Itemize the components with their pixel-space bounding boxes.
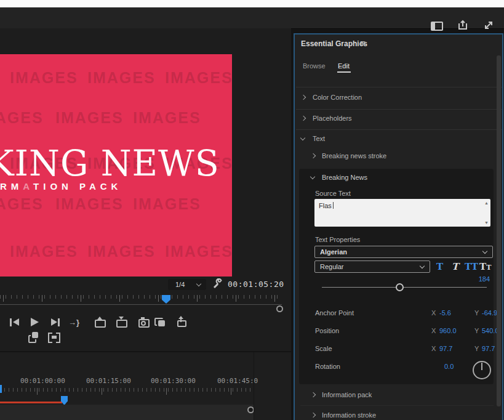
- panel-menu-icon[interactable]: ≡: [360, 38, 365, 48]
- section-breaking-news[interactable]: Breaking News: [299, 173, 494, 187]
- ruler-timecode: 00:01:15:00: [86, 377, 131, 385]
- timeline-divider: [254, 352, 254, 420]
- all-caps-button[interactable]: TT: [465, 261, 478, 272]
- section-placeholders[interactable]: Placeholders: [295, 114, 501, 127]
- export-media-button[interactable]: [176, 317, 190, 329]
- anchor-point-y[interactable]: -64.9: [482, 309, 497, 317]
- text-properties-label: Text Properties: [315, 236, 360, 243]
- mini-ruler-line: [0, 304, 282, 305]
- panel-title: Essential Graphics: [301, 39, 367, 48]
- anchor-point-label: Anchor Point: [315, 309, 354, 317]
- x-prefix: X: [431, 345, 436, 352]
- position-x[interactable]: 960.0: [439, 327, 457, 334]
- fullscreen-icon[interactable]: [483, 20, 495, 30]
- edge-marker: [0, 385, 2, 393]
- section-breaking-news-stroke[interactable]: Breaking news stroke: [295, 151, 501, 165]
- mini-ruler-zoom-knob[interactable]: [276, 305, 283, 312]
- app-window: IMAGES IMAGES IMAGES IMAGES IMAGES IMAGE…: [0, 0, 504, 420]
- font-size-slider[interactable]: [322, 287, 487, 288]
- render-bar-red: [0, 402, 62, 403]
- chevron-down-icon: [196, 281, 201, 286]
- rotation-dial-icon[interactable]: [473, 361, 491, 379]
- step-back-button[interactable]: [8, 317, 22, 329]
- source-text-label: Source Text: [315, 190, 351, 197]
- top-strip: [0, 0, 504, 7]
- divider: [296, 109, 502, 110]
- panel-scrollbar[interactable]: [497, 55, 501, 406]
- scale-label: Scale: [315, 345, 332, 352]
- preview-subtitle-text: RMATION PACK: [0, 181, 122, 192]
- source-text-value: Flas: [319, 202, 332, 209]
- tab-browse[interactable]: Browse: [303, 62, 326, 70]
- comparison-view-button[interactable]: [154, 317, 167, 329]
- scroll-down-icon[interactable]: ▼: [484, 220, 489, 225]
- tab-edit[interactable]: Edit: [338, 62, 350, 70]
- rotation-label: Rotation: [315, 363, 340, 370]
- chevron-right-icon: [311, 153, 316, 158]
- mini-ruler-playhead[interactable]: [162, 295, 170, 304]
- section-information-pack[interactable]: Information pack: [295, 390, 501, 404]
- play-button[interactable]: [28, 317, 42, 329]
- section-text[interactable]: Text: [295, 134, 501, 148]
- chevron-down-icon: [310, 174, 315, 179]
- program-monitor-panel: IMAGES IMAGES IMAGES IMAGES IMAGES IMAGE…: [0, 28, 291, 351]
- watermark-text: IMAGES: [0, 195, 44, 213]
- video-preview[interactable]: IMAGES IMAGES IMAGES IMAGES IMAGES IMAGE…: [0, 54, 232, 277]
- scale-y[interactable]: 97.7: [482, 345, 495, 352]
- font-family-select[interactable]: Algerian: [314, 246, 493, 258]
- scale-x[interactable]: 97.7: [439, 345, 452, 352]
- source-text-input[interactable]: Flas ▲ ▼: [314, 199, 490, 227]
- step-forward-button[interactable]: [49, 317, 62, 329]
- watermark-text: IMAGES: [165, 69, 232, 87]
- go-to-next-edit-button[interactable]: →}: [68, 317, 82, 329]
- section-information-stroke[interactable]: Information stroke: [295, 411, 501, 420]
- x-prefix: X: [431, 309, 436, 317]
- divider: [300, 405, 494, 406]
- ruler-timecode: 00:01:00:00: [20, 377, 65, 385]
- export-frame-camera-button[interactable]: [138, 317, 151, 329]
- chevron-right-icon: [311, 413, 316, 418]
- font-size-slider-handle[interactable]: [396, 283, 404, 291]
- watermark-text: IMAGES: [165, 243, 232, 260]
- watermark-text: IMAGES: [0, 109, 44, 127]
- playhead-timecode[interactable]: 00:01:05:20: [228, 280, 284, 289]
- mini-ruler-major-ticks: [3, 295, 282, 302]
- faux-italic-button[interactable]: T: [452, 261, 458, 272]
- panel-layout-icon[interactable]: [431, 21, 443, 31]
- position-label: Position: [315, 327, 339, 334]
- preview-title-text: KING NEWS: [0, 143, 220, 184]
- watermark-text: IMAGES: [87, 69, 156, 87]
- watermark-text: IMAGES: [55, 109, 124, 127]
- drag-video-brackets-button[interactable]: [48, 331, 62, 344]
- essential-graphics-panel: Essential Graphics ≡ Browse Edit Color C…: [294, 33, 503, 420]
- small-caps-button[interactable]: Tt: [479, 261, 491, 272]
- faux-bold-button[interactable]: T: [436, 261, 443, 272]
- chevron-down-icon: [300, 135, 305, 140]
- chevron-right-icon: [311, 392, 316, 397]
- settings-wrench-icon[interactable]: [212, 278, 223, 292]
- extract-button[interactable]: [116, 317, 129, 329]
- y-prefix: Y: [474, 345, 479, 352]
- swap-comparison-button[interactable]: [28, 331, 41, 344]
- watermark-text: IMAGES: [133, 109, 201, 127]
- text-style-buttons: T T TT Tt: [299, 261, 494, 273]
- x-prefix: X: [431, 327, 436, 334]
- tab-edit-underline: [337, 71, 351, 73]
- timeline-playhead[interactable]: [61, 396, 68, 405]
- anchor-point-x[interactable]: -5.6: [439, 309, 451, 317]
- scroll-up-icon[interactable]: ▲: [484, 201, 489, 205]
- lift-button[interactable]: [94, 317, 108, 329]
- y-prefix: Y: [474, 327, 479, 334]
- chevron-right-icon: [301, 95, 306, 100]
- divider: [296, 87, 502, 87]
- ruler-timecode: 00:01:30:00: [151, 377, 196, 385]
- timeline-panel: 00:01:00:00 00:01:15:00 00:01:30:00 00:0…: [0, 352, 291, 420]
- zoom-level-select[interactable]: 1/4: [168, 279, 206, 290]
- section-color-correction[interactable]: Color Correction: [295, 93, 501, 107]
- share-export-icon[interactable]: [457, 20, 470, 30]
- font-size-value[interactable]: 184: [473, 275, 490, 283]
- breaking-news-group: Breaking News Source Text Flas ▲ ▼ Text …: [299, 169, 494, 384]
- chevron-down-icon: [482, 249, 487, 254]
- timeline-track-area[interactable]: [0, 405, 254, 420]
- rotation-value[interactable]: 0.0: [444, 363, 454, 370]
